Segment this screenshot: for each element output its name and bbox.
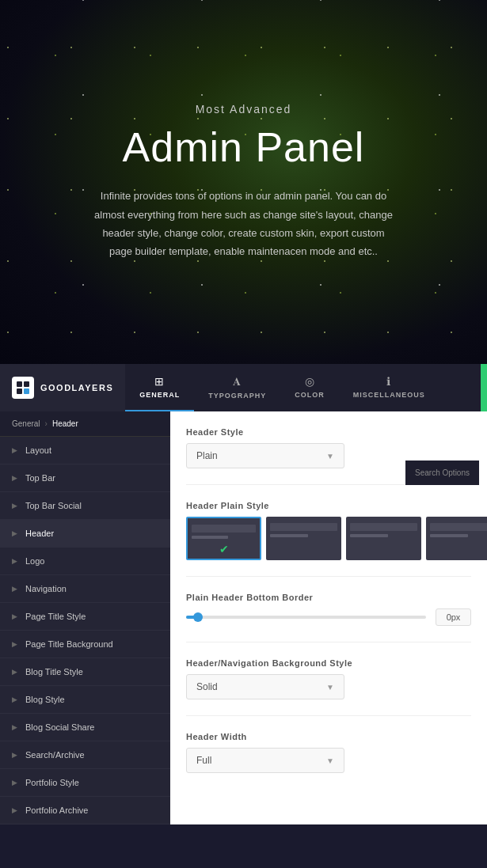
logo-text: GOODLAYERS <box>40 383 113 392</box>
svg-rect-1 <box>24 381 29 387</box>
breadcrumb-general[interactable]: General <box>12 419 40 428</box>
slider-value[interactable]: 0px <box>436 608 471 626</box>
sidebar-item-label: Page Title Style <box>25 612 86 621</box>
color-icon: ◎ <box>305 375 315 388</box>
breadcrumb: General › Header <box>0 411 170 437</box>
logo-icon <box>12 377 34 399</box>
sidebar-item-page-title-bg[interactable]: ▶ Page Title Background <box>0 631 170 658</box>
sidebar-item-label: Top Bar Social <box>25 501 82 510</box>
sidebar-item-layout[interactable]: ▶ Layout <box>0 437 170 464</box>
chevron-icon: ▶ <box>12 585 17 593</box>
svg-rect-2 <box>17 389 22 394</box>
dropdown-arrow-icon: ▼ <box>326 683 334 692</box>
sidebar-item-label: Blog Title Style <box>25 667 83 677</box>
sidebar-item-label: Header <box>25 529 54 538</box>
chevron-icon: ▶ <box>12 446 17 454</box>
header-nav-bg-section: Header/Navigation Background Style Solid… <box>186 658 471 699</box>
dropdown-arrow-icon: ▼ <box>326 756 334 765</box>
slider-thumb[interactable] <box>193 612 203 622</box>
header-bottom-border-label: Plain Header Bottom Border <box>186 593 471 602</box>
sidebar-item-label: Page Title Background <box>25 639 113 649</box>
style-thumb-2[interactable] <box>266 517 341 560</box>
chevron-icon: ▶ <box>12 529 17 537</box>
search-options-button[interactable]: Search Options <box>405 461 479 485</box>
sidebar-item-search-archive[interactable]: ▶ Search/Archive <box>0 741 170 769</box>
admin-nav-bar: GOODLAYERS ⊞ GENERAL 𝐀 TYPOGRAPHY ◎ COLO… <box>0 364 487 411</box>
sidebar-item-topbar-social[interactable]: ▶ Top Bar Social <box>0 492 170 520</box>
tab-misc-label: MISCELLANEOUS <box>353 391 425 399</box>
check-icon: ✔ <box>219 543 229 555</box>
slider-track[interactable] <box>186 616 426 619</box>
style-thumb-1[interactable]: ✔ <box>186 517 261 560</box>
misc-icon: ℹ <box>386 375 391 388</box>
sidebar-item-label: Search/Archive <box>25 750 85 760</box>
svg-rect-3 <box>24 389 29 394</box>
tab-typography[interactable]: 𝐀 TYPOGRAPHY <box>194 364 280 411</box>
header-bottom-border-section: Plain Header Bottom Border 0px <box>186 593 471 626</box>
chevron-icon: ▶ <box>12 640 17 648</box>
logo-area: GOODLAYERS <box>0 364 125 411</box>
header-style-value: Plain <box>196 450 218 461</box>
tab-typography-label: TYPOGRAPHY <box>208 392 266 400</box>
header-nav-bg-label: Header/Navigation Background Style <box>186 658 471 668</box>
sidebar-item-portfolio-style[interactable]: ▶ Portfolio Style <box>0 769 170 797</box>
header-width-label: Header Width <box>186 732 471 741</box>
style-thumb-4[interactable] <box>426 517 487 560</box>
tab-miscellaneous[interactable]: ℹ MISCELLANEOUS <box>339 364 439 411</box>
dropdown-arrow-icon: ▼ <box>326 452 334 461</box>
header-width-section: Header Width Full ▼ <box>186 732 471 773</box>
chevron-icon: ▶ <box>12 474 17 482</box>
hero-title: Admin Panel <box>123 123 365 171</box>
breadcrumb-separator: › <box>45 419 48 428</box>
style-thumb-3[interactable] <box>346 517 421 560</box>
sidebar-item-header[interactable]: ▶ Header <box>0 520 170 548</box>
sidebar-item-label: Blog Style <box>25 695 65 704</box>
sidebar-item-logo[interactable]: ▶ Logo <box>0 548 170 575</box>
chevron-icon: ▶ <box>12 806 17 814</box>
divider <box>186 576 471 577</box>
nav-accent-bar <box>481 364 487 411</box>
sidebar-item-label: Logo <box>25 556 44 566</box>
chevron-icon: ▶ <box>12 723 17 731</box>
chevron-icon: ▶ <box>12 612 17 620</box>
tab-color-label: COLOR <box>295 391 325 399</box>
divider <box>186 642 471 642</box>
sidebar-item-label: Portfolio Archive <box>25 805 88 815</box>
tab-general-label: GENERAL <box>139 391 180 399</box>
hero-description: Infinite provides tons of options in our… <box>93 187 394 261</box>
style-thumbnails-group: ✔ <box>186 517 471 560</box>
sidebar-item-label: Layout <box>25 445 51 455</box>
breadcrumb-header[interactable]: Header <box>52 419 78 428</box>
sidebar-item-blog-title-style[interactable]: ▶ Blog Title Style <box>0 658 170 686</box>
sidebar-item-label: Portfolio Style <box>25 778 79 787</box>
header-nav-bg-dropdown[interactable]: Solid ▼ <box>186 674 344 699</box>
header-width-dropdown[interactable]: Full ▼ <box>186 748 344 773</box>
sidebar-item-navigation[interactable]: ▶ Navigation <box>0 575 170 603</box>
general-icon: ⊞ <box>154 375 165 388</box>
divider <box>186 715 471 716</box>
chevron-icon: ▶ <box>12 557 17 565</box>
header-nav-bg-value: Solid <box>196 681 218 692</box>
header-style-dropdown[interactable]: Plain ▼ <box>186 443 344 468</box>
admin-panel: GOODLAYERS ⊞ GENERAL 𝐀 TYPOGRAPHY ◎ COLO… <box>0 364 487 824</box>
sidebar-item-topbar[interactable]: ▶ Top Bar <box>0 464 170 492</box>
hero-section: Most Advanced Admin Panel Infinite provi… <box>0 0 487 364</box>
tab-color[interactable]: ◎ COLOR <box>280 364 339 411</box>
sidebar-item-portfolio-archive[interactable]: ▶ Portfolio Archive <box>0 797 170 824</box>
chevron-icon: ▶ <box>12 502 17 510</box>
chevron-icon: ▶ <box>12 751 17 759</box>
header-width-value: Full <box>196 755 211 766</box>
chevron-icon: ▶ <box>12 696 17 703</box>
hero-subtitle: Most Advanced <box>196 103 292 116</box>
header-style-label: Header Style <box>186 427 471 437</box>
sidebar-item-page-title-style[interactable]: ▶ Page Title Style <box>0 603 170 631</box>
tab-general[interactable]: ⊞ GENERAL <box>125 364 194 411</box>
sidebar: General › Header ▶ Layout ▶ Top Bar ▶ To… <box>0 411 170 824</box>
typography-icon: 𝐀 <box>233 375 242 389</box>
header-plain-style-section: Header Plain Style ✔ <box>186 501 471 560</box>
sidebar-item-blog-social-share[interactable]: ▶ Blog Social Share <box>0 714 170 741</box>
header-plain-style-label: Header Plain Style <box>186 501 471 510</box>
sidebar-item-blog-style[interactable]: ▶ Blog Style <box>0 686 170 714</box>
nav-tabs: ⊞ GENERAL 𝐀 TYPOGRAPHY ◎ COLOR ℹ MISCELL… <box>125 364 481 411</box>
chevron-icon: ▶ <box>12 668 17 676</box>
